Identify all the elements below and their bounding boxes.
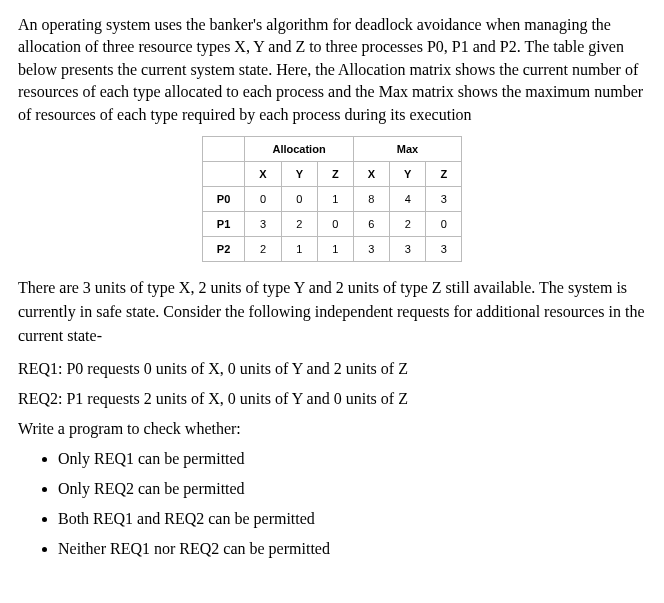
prompt-text: Write a program to check whether: xyxy=(18,420,646,438)
header-max: Max xyxy=(353,136,461,161)
after-table-paragraph: There are 3 units of type X, 2 units of … xyxy=(18,276,646,348)
cell: 0 xyxy=(281,186,317,211)
cell: 0 xyxy=(318,211,354,236)
cell: 3 xyxy=(353,236,389,261)
row-label: P0 xyxy=(202,186,244,211)
subheader: Y xyxy=(390,161,426,186)
cell: 2 xyxy=(281,211,317,236)
cell: 4 xyxy=(390,186,426,211)
table-row: P0 0 0 1 8 4 3 xyxy=(202,186,461,211)
intro-paragraph: An operating system uses the banker's al… xyxy=(18,14,646,126)
corner-cell xyxy=(202,161,244,186)
cell: 3 xyxy=(245,211,281,236)
cell: 2 xyxy=(245,236,281,261)
subheader: X xyxy=(353,161,389,186)
cell: 3 xyxy=(426,186,462,211)
list-item: Neither REQ1 nor REQ2 can be permitted xyxy=(58,540,646,558)
row-label: P1 xyxy=(202,211,244,236)
subheader: X xyxy=(245,161,281,186)
row-label: P2 xyxy=(202,236,244,261)
resource-table: Allocation Max X Y Z X Y Z P0 0 0 1 8 4 … xyxy=(202,136,462,262)
table-row: P2 2 1 1 3 3 3 xyxy=(202,236,461,261)
cell: 1 xyxy=(281,236,317,261)
req1-text: REQ1: P0 requests 0 units of X, 0 units … xyxy=(18,360,646,378)
cell: 0 xyxy=(426,211,462,236)
subheader: Z xyxy=(426,161,462,186)
cell: 3 xyxy=(390,236,426,261)
table-container: Allocation Max X Y Z X Y Z P0 0 0 1 8 4 … xyxy=(18,136,646,262)
bullet-list: Only REQ1 can be permitted Only REQ2 can… xyxy=(18,450,646,558)
table-row: P1 3 2 0 6 2 0 xyxy=(202,211,461,236)
cell: 6 xyxy=(353,211,389,236)
corner-cell xyxy=(202,136,244,161)
cell: 1 xyxy=(318,186,354,211)
subheader: Z xyxy=(318,161,354,186)
cell: 2 xyxy=(390,211,426,236)
header-allocation: Allocation xyxy=(245,136,353,161)
list-item: Both REQ1 and REQ2 can be permitted xyxy=(58,510,646,528)
cell: 8 xyxy=(353,186,389,211)
cell: 1 xyxy=(318,236,354,261)
req2-text: REQ2: P1 requests 2 units of X, 0 units … xyxy=(18,390,646,408)
subheader: Y xyxy=(281,161,317,186)
list-item: Only REQ2 can be permitted xyxy=(58,480,646,498)
cell: 3 xyxy=(426,236,462,261)
list-item: Only REQ1 can be permitted xyxy=(58,450,646,468)
cell: 0 xyxy=(245,186,281,211)
